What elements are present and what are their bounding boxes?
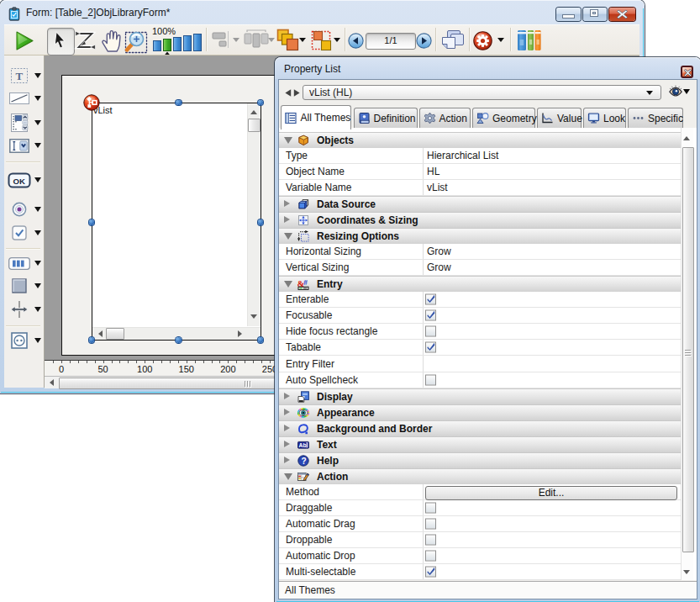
property-value[interactable]: Hierarchical List	[427, 150, 498, 161]
tab-specific[interactable]: Specific	[628, 108, 683, 128]
vlist-object[interactable]: vList	[92, 103, 261, 341]
object-nav-arrows[interactable]	[285, 89, 300, 97]
checkbox-checked[interactable]	[425, 567, 436, 578]
button-tool[interactable]: OK	[8, 168, 31, 192]
listbox-tool[interactable]	[8, 111, 31, 135]
vlist-vscroll-thumb[interactable]	[248, 119, 261, 132]
checkbox-tool-dropdown-icon[interactable]	[34, 230, 41, 235]
maximize-button[interactable]	[583, 8, 607, 21]
triangle-collapsed-icon[interactable]	[284, 216, 290, 223]
zoom-bars-widget[interactable]	[153, 34, 205, 55]
scroll-up-icon[interactable]	[683, 136, 690, 140]
selection-handle[interactable]	[176, 337, 182, 343]
vlist-scroll-up-icon[interactable]	[250, 110, 257, 114]
next-page-button[interactable]	[416, 33, 432, 49]
checkbox-checked[interactable]	[425, 310, 436, 321]
plugin-area-tool-dropdown-icon[interactable]	[34, 338, 41, 343]
property-row[interactable]: Resizing Options	[279, 228, 681, 245]
property-row[interactable]: Coordinates & Sizing	[279, 212, 681, 229]
splitter-tool[interactable]	[8, 298, 31, 321]
form-pages-button[interactable]	[440, 30, 466, 52]
selection-handle[interactable]	[258, 219, 264, 225]
previous-page-button[interactable]	[348, 33, 364, 49]
property-vscrollbar[interactable]	[681, 128, 693, 580]
checkbox-unchecked[interactable]	[425, 519, 436, 530]
triangle-collapsed-icon[interactable]	[284, 441, 290, 447]
rectangle-tool[interactable]	[8, 274, 31, 298]
checkbox-tool[interactable]	[8, 221, 31, 245]
object-method-badge[interactable]	[83, 94, 100, 111]
checkbox-checked[interactable]	[425, 342, 436, 353]
tab-look[interactable]: Look	[583, 108, 626, 128]
property-value[interactable]: Grow	[427, 246, 451, 257]
input-field-tool[interactable]	[8, 134, 31, 157]
vlist-hscroll-thumb[interactable]	[106, 328, 124, 340]
selection-handle[interactable]	[89, 219, 95, 225]
library-button[interactable]	[517, 29, 541, 51]
line-tool-dropdown-icon[interactable]	[34, 96, 41, 101]
checkbox-unchecked[interactable]	[425, 326, 436, 337]
object-selector-combo[interactable]: vList (HL)	[303, 85, 661, 100]
checkbox-checked[interactable]	[425, 294, 436, 305]
triangle-expanded-icon[interactable]	[284, 281, 292, 288]
selection-handle[interactable]	[258, 100, 264, 106]
tab-order-tool[interactable]	[74, 29, 96, 52]
tab-geometry[interactable]: Geometry	[472, 108, 535, 128]
property-row[interactable]: &#Entry	[279, 276, 681, 293]
group-dropdown-icon[interactable]	[334, 38, 340, 42]
execute-form-button[interactable]	[13, 30, 35, 51]
plugin-area-tool[interactable]	[8, 329, 31, 352]
canvas-scroll-left-icon[interactable]	[50, 379, 54, 386]
layering-dropdown-icon[interactable]	[299, 38, 306, 42]
property-close-button[interactable]	[681, 66, 693, 78]
selection-handle[interactable]	[176, 100, 182, 106]
tab-all-themes[interactable]: All Themes	[281, 105, 351, 129]
property-row[interactable]: Action	[279, 468, 681, 485]
triangle-collapsed-icon[interactable]	[284, 200, 290, 207]
triangle-expanded-icon[interactable]	[284, 137, 292, 144]
checkbox-unchecked[interactable]	[425, 551, 436, 562]
pointer-tool-button[interactable]	[47, 28, 75, 55]
property-value[interactable]: vList	[427, 182, 448, 193]
triangle-expanded-icon[interactable]	[284, 233, 292, 240]
tab-value[interactable]: Value	[537, 108, 582, 128]
gear-dropdown-icon[interactable]	[497, 38, 504, 42]
text-tool[interactable]: T	[8, 64, 31, 87]
property-value[interactable]: HL	[427, 166, 439, 177]
button-tool-dropdown-icon[interactable]	[34, 177, 41, 182]
minimize-button[interactable]	[556, 8, 581, 21]
form-properties-gear-button[interactable]	[473, 31, 492, 50]
eye-dropdown-icon[interactable]	[683, 89, 690, 94]
rectangle-tool-dropdown-icon[interactable]	[34, 283, 41, 288]
triangle-collapsed-icon[interactable]	[284, 409, 290, 415]
property-row[interactable]: Objects	[279, 132, 681, 149]
property-row[interactable]: AbText	[279, 436, 681, 453]
property-row[interactable]: ?Help	[279, 452, 681, 469]
vlist-scroll-left-icon[interactable]	[98, 330, 103, 337]
group-tool[interactable]	[310, 29, 334, 53]
checkbox-unchecked[interactable]	[425, 374, 436, 385]
triangle-expanded-icon[interactable]	[284, 473, 292, 480]
text-tool-dropdown-icon[interactable]	[34, 73, 41, 78]
triangle-collapsed-icon[interactable]	[284, 425, 290, 431]
radio-button-tool[interactable]	[8, 198, 31, 221]
property-row[interactable]: Display	[279, 388, 681, 405]
vlist-scroll-right-icon[interactable]	[238, 330, 242, 337]
triangle-collapsed-icon[interactable]	[284, 393, 290, 399]
line-tool[interactable]	[8, 87, 31, 110]
triangle-collapsed-icon[interactable]	[284, 457, 290, 463]
button-grid-tool-dropdown-icon[interactable]	[34, 261, 41, 266]
button-grid-tool[interactable]	[8, 251, 31, 275]
zoom-tool[interactable]	[120, 29, 149, 54]
property-row[interactable]: Appearance	[279, 404, 681, 421]
layering-tool[interactable]	[276, 29, 300, 52]
listbox-tool-dropdown-icon[interactable]	[34, 120, 41, 125]
tab-action[interactable]: Action	[419, 108, 471, 128]
checkbox-unchecked[interactable]	[425, 503, 436, 514]
input-field-tool-dropdown-icon[interactable]	[34, 143, 41, 148]
vlist-scroll-down-icon[interactable]	[250, 314, 257, 319]
vlist-vscrollbar[interactable]	[247, 103, 261, 326]
eye-icon[interactable]	[669, 85, 682, 98]
property-row[interactable]: Background and Border	[279, 420, 681, 437]
tab-definition[interactable]: Definition	[354, 108, 418, 128]
